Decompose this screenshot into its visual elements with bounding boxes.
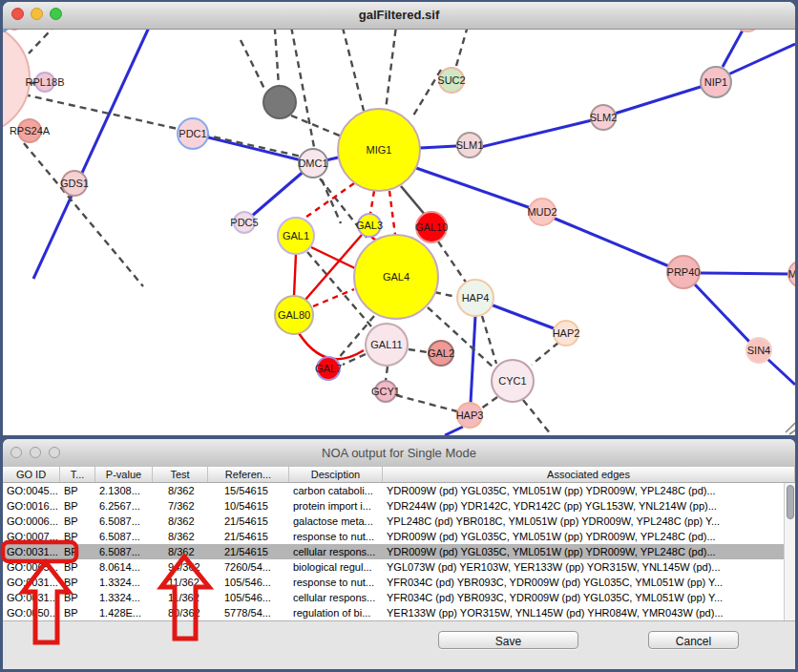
cell-type: BP [60, 605, 95, 620]
cell-go_id: GO:0031... [3, 590, 60, 605]
node-label: DMC1 [298, 158, 327, 169]
noa-titlebar[interactable]: NOA output for Single Mode [3, 439, 795, 468]
node-HAP3[interactable]: HAP3 [456, 402, 483, 429]
node-GAL10[interactable]: GAL10 [415, 211, 448, 243]
vertical-scrollbar[interactable] [784, 483, 795, 620]
cell-test: 80/362 [153, 605, 208, 620]
node-GAL3[interactable]: GAL3 [357, 213, 382, 238]
node-PDC5[interactable]: PDC5 [233, 211, 256, 234]
network-edges [3, 2, 795, 435]
table-row[interactable]: GO:0007...BP6.5087...8/36221/54615respon… [3, 529, 795, 544]
node-HAP2[interactable]: HAP2 [553, 320, 579, 346]
node-CYC1[interactable]: CYC1 [491, 359, 535, 403]
cell-test: 8/362 [153, 529, 208, 544]
node-label: GAL3 [356, 220, 383, 231]
node-SLM1[interactable]: SLM1 [456, 132, 483, 158]
window-title: galFiltered.sif [3, 8, 795, 22]
node-SLM2[interactable]: SLM2 [590, 104, 617, 131]
node-MIG1[interactable]: MIG1 [337, 108, 421, 192]
cell-p: 2.1308... [95, 483, 153, 498]
column-header[interactable]: Test [153, 467, 208, 482]
cell-type: BP [60, 559, 95, 575]
cell-edges: YDR009W (pd) YGL035C, YML051W (pp) YDR00… [383, 483, 795, 498]
node-GAL80[interactable]: GAL80 [274, 295, 314, 335]
table-header[interactable]: GO IDT...P-valueTestReferen...Desciption… [3, 467, 795, 483]
cell-edges: YFR034C (pd) YBR093C, YDR009W (pd) YGL03… [383, 575, 795, 590]
cell-ref: 5778/54... [208, 605, 289, 620]
table-row[interactable]: GO:0006...BP6.5087...8/36221/54615galact… [3, 514, 795, 529]
column-header[interactable]: P-value [95, 467, 153, 482]
save-button[interactable]: Save [438, 631, 578, 649]
table-row[interactable]: GO:0050...BP1.428E...80/3625778/54...reg… [3, 605, 795, 620]
node-label: MSL1 [788, 268, 795, 280]
column-header[interactable]: Associated edges [383, 467, 795, 482]
node-GCY1[interactable]: GCY1 [374, 380, 397, 403]
node-label: SLM1 [456, 139, 484, 151]
column-header[interactable]: Desciption [289, 467, 383, 482]
cell-p: 8.0614... [95, 559, 153, 575]
results-table: GO IDT...P-valueTestReferen...Desciption… [3, 467, 795, 621]
noa-window: NOA output for Single Mode GO IDT...P-va… [3, 439, 795, 669]
cell-ref: 105/546... [208, 590, 289, 605]
cell-type: BP [60, 514, 95, 529]
node-label: GAL7 [315, 363, 342, 374]
table-row[interactable]: GO:0031...BP1.3324...11/362105/546...res… [3, 575, 795, 590]
node-label: HAP3 [456, 410, 484, 421]
cell-edges: YDR244W (pp) YDR142C, YDR142C (pp) YGL15… [383, 498, 795, 514]
node-label: GDS1 [60, 178, 89, 189]
node-SUC2[interactable]: SUC2 [438, 67, 465, 94]
node-label: RPL18B [26, 76, 65, 88]
node-GAL7[interactable]: GAL7 [316, 356, 341, 381]
cancel-button[interactable]: Cancel [648, 631, 739, 649]
node-SIN4[interactable]: SIN4 [746, 337, 772, 364]
cell-desc: regulation of bi... [289, 605, 383, 620]
node-MUD2[interactable]: MUD2 [528, 198, 556, 226]
cell-type: BP [60, 498, 95, 514]
node-HAP4[interactable]: HAP4 [456, 279, 494, 317]
cell-ref: 15/54615 [208, 483, 289, 498]
node-GDS1[interactable]: GDS1 [61, 170, 88, 197]
scrollbar-thumb[interactable] [787, 485, 794, 519]
cell-type: BP [60, 529, 95, 544]
node-label: GAL2 [428, 347, 454, 359]
node-label: NIP1 [704, 76, 727, 88]
table-row[interactable]: GO:0031...BP6.5087...8/36221/54615cellul… [3, 544, 795, 559]
table-row[interactable]: GO:0065...BP8.0614...94/3627260/54...bio… [3, 559, 795, 575]
node-label: MIG1 [367, 144, 392, 156]
column-header[interactable]: Referen... [208, 467, 289, 482]
node-GAL11[interactable]: GAL11 [365, 323, 409, 367]
node-PDC1[interactable]: PDC1 [177, 117, 209, 150]
table-row[interactable]: GO:0045...BP2.1308...8/36215/54615carbon… [3, 483, 795, 498]
cell-ref: 21/54615 [208, 544, 289, 559]
node-graynode[interactable] [262, 85, 297, 119]
cell-test: 11/362 [153, 575, 208, 590]
node-label: GAL1 [283, 230, 309, 242]
node-label: MUD2 [527, 206, 556, 218]
node-GAL4[interactable]: GAL4 [353, 234, 439, 320]
node-NIP1[interactable]: NIP1 [700, 66, 732, 98]
column-header[interactable]: GO ID [3, 467, 60, 482]
cell-edges: YER133W (pp) YOR315W, YNL145W (pd) YHR08… [383, 605, 795, 620]
node-label: GAL11 [370, 339, 402, 350]
node-GAL1[interactable]: GAL1 [277, 217, 315, 255]
cell-desc: galactose meta... [289, 514, 383, 529]
node-DMC1[interactable]: DMC1 [298, 148, 328, 178]
node-PRP40[interactable]: PRP40 [666, 255, 701, 289]
node-RPS24A[interactable]: RPS24A [17, 118, 42, 143]
cell-go_id: GO:0007... [3, 529, 60, 544]
column-header[interactable]: T... [60, 467, 95, 482]
node-GAL2[interactable]: GAL2 [428, 340, 454, 367]
node-label: GAL80 [278, 309, 310, 321]
cell-test: 7/362 [153, 498, 208, 514]
network-titlebar[interactable]: galFiltered.sif [3, 2, 795, 30]
cell-ref: 105/546... [208, 575, 289, 590]
table-row[interactable]: GO:0031...BP1.3324...11/362105/546...cel… [3, 590, 795, 605]
network-canvas[interactable]: RPL18BRPS24AGDS1PDC1PDC5DMC1MIG1SUC2SLM1… [3, 2, 795, 435]
node-label: RPS24A [10, 125, 50, 136]
table-row[interactable]: GO:0016...BP6.2567...7/36210/54615protei… [3, 498, 795, 514]
node-RPL18B[interactable]: RPL18B [34, 72, 55, 93]
cell-type: BP [60, 544, 95, 559]
cell-go_id: GO:0065... [3, 559, 60, 575]
cell-ref: 21/54615 [208, 514, 289, 529]
cell-edges: YDR009W (pd) YGL035C, YML051W (pp) YDR00… [383, 544, 795, 559]
